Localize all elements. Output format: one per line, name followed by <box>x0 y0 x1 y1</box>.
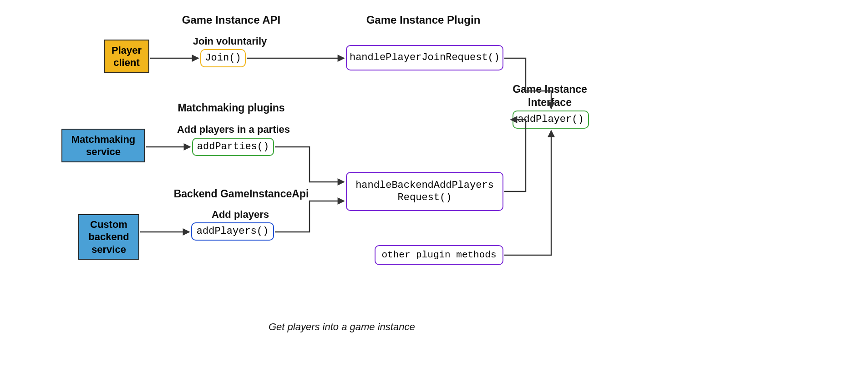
node-handle-backend-add-players-request: handleBackendAddPlayers Request() <box>346 172 503 211</box>
node-custom-backend-service-line2: backend <box>88 231 129 243</box>
node-other-plugin-methods: other plugin methods <box>375 245 503 265</box>
node-player-client-line1: Player <box>112 44 142 57</box>
node-handle-backend-add-players-request-line1: handleBackendAddPlayers <box>355 179 494 192</box>
node-add-player-interface-label: addPlayer() <box>518 113 584 126</box>
edge-addparties-to-handlebackend <box>275 147 344 182</box>
node-add-players-method: addPlayers() <box>191 222 274 241</box>
node-handle-player-join-request-label: handlePlayerJoinRequest() <box>350 51 500 64</box>
node-other-plugin-methods-label: other plugin methods <box>381 249 496 261</box>
edge-otherplugin-to-addplayer <box>504 131 551 255</box>
diagram-caption: Get players into a game instance <box>269 321 415 333</box>
edge-handlebackend-to-addplayer <box>504 120 526 191</box>
subheading-join-voluntarily: Join voluntarily <box>182 35 278 47</box>
node-matchmaking-service-line2: service <box>86 146 121 158</box>
node-add-player-interface: addPlayer() <box>513 111 589 129</box>
node-handle-backend-add-players-request-line2: Request() <box>398 191 452 204</box>
node-player-client: Player client <box>104 40 149 73</box>
node-matchmaking-service-line1: Matchmaking <box>71 133 136 146</box>
node-join-method-label: Join() <box>205 52 241 65</box>
node-matchmaking-service: Matchmaking service <box>61 129 145 162</box>
edge-addplayers-to-handlebackend <box>275 201 344 232</box>
node-custom-backend-service-line3: service <box>91 243 126 256</box>
heading-game-instance-plugin: Game Instance Plugin <box>360 14 487 26</box>
node-join-method: Join() <box>200 49 246 67</box>
heading-matchmaking-plugins: Matchmaking plugins <box>168 102 295 114</box>
node-add-parties-method: addParties() <box>192 138 274 156</box>
subheading-add-players: Add players <box>204 209 277 221</box>
heading-game-instance-interface: Game Instance Interface <box>500 83 600 109</box>
node-add-players-method-label: addPlayers() <box>197 225 269 238</box>
node-custom-backend-service-line1: Custom <box>90 218 127 231</box>
node-handle-player-join-request: handlePlayerJoinRequest() <box>346 45 503 70</box>
heading-backend-game-instance-api: Backend GameInstanceApi <box>168 188 314 200</box>
node-custom-backend-service: Custom backend service <box>78 214 139 260</box>
node-add-parties-method-label: addParties() <box>197 141 269 153</box>
heading-game-instance-api: Game Instance API <box>172 14 290 26</box>
node-player-client-line2: client <box>113 56 139 69</box>
subheading-add-players-in-parties: Add players in a parties <box>172 124 295 136</box>
